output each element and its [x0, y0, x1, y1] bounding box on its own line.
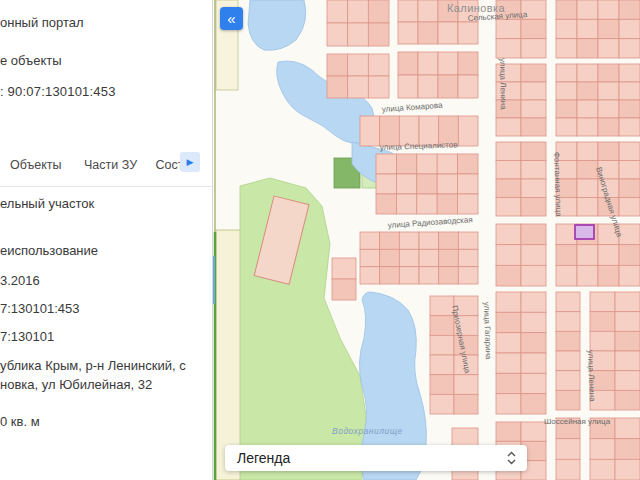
object-heading: : 90:07:130101:453 [0, 84, 116, 99]
street-label-shosseynaya: Шоссейная улица [544, 417, 611, 426]
selected-parcel[interactable] [575, 225, 594, 239]
arrow-right-icon: ▶ [187, 157, 194, 167]
map-svg: Калиновка Сельская улица улица Ленина ул… [212, 0, 640, 480]
tab-objects[interactable]: Объекты [10, 158, 62, 172]
farm-field [216, 230, 243, 480]
tabs-row: Объекты Части ЗУ Соста ▶ [0, 155, 212, 179]
legend-expand-icon [506, 450, 517, 466]
collapse-panel-button[interactable]: « [220, 7, 243, 30]
objects-link[interactable]: е объекты [0, 53, 62, 68]
field-cadastral-number: 7:130101:453 [0, 301, 80, 316]
info-panel: онный портал е объекты : 90:07:130101:45… [0, 0, 213, 480]
collapse-icon: « [227, 10, 235, 27]
tab-parts[interactable]: Части ЗУ [84, 158, 137, 172]
field-object-type: ельный участок [0, 196, 94, 211]
legend-label: Легенда [237, 450, 290, 466]
portal-title: онный портал [0, 15, 84, 30]
street-label-lenina: улица Ленина [498, 58, 508, 110]
map-canvas[interactable]: Калиновка Сельская улица улица Ленина ул… [212, 0, 640, 480]
reservoir-label: Водохранилище [332, 426, 403, 436]
tab-scroll-right-button[interactable]: ▶ [180, 152, 200, 172]
panel-divider [0, 186, 212, 187]
field-area: 0 кв. м [0, 414, 40, 429]
field-land-use: еиспользование [0, 243, 98, 258]
field-cadastral-quarter: 7:130101 [0, 329, 54, 344]
legend-dropdown[interactable]: Легенда [225, 445, 527, 471]
field-date: 3.2016 [0, 273, 40, 288]
field-address-line2: новка, ул Юбилейная, 32 [0, 377, 152, 392]
street-label-lenina2: улица Ленина [586, 350, 597, 403]
field-address-line1: ублика Крым, р-н Ленинский, с [0, 358, 186, 373]
